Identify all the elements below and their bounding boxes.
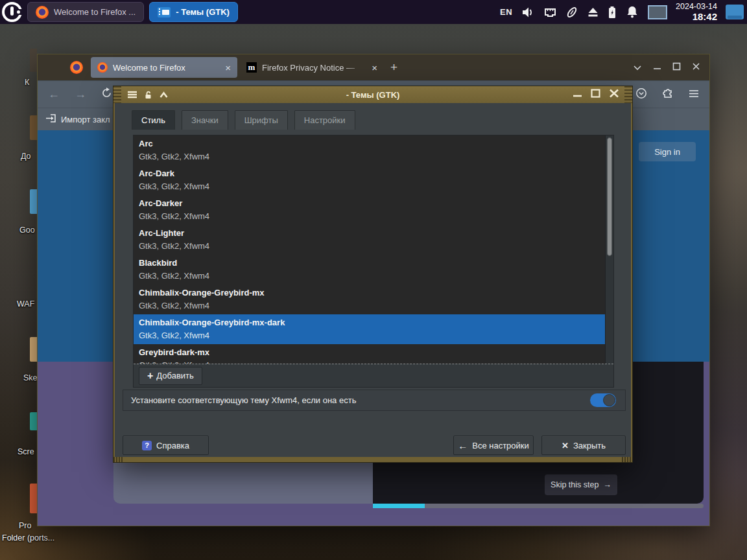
time-label: 18:42 bbox=[676, 11, 717, 22]
scrollbar-thumb[interactable] bbox=[607, 137, 612, 256]
tab-style[interactable]: Стиль bbox=[132, 110, 175, 130]
desktop-icon-partial[interactable] bbox=[30, 189, 37, 214]
add-theme-button[interactable]: + Добавить bbox=[139, 367, 202, 385]
desktop-icon-partial[interactable] bbox=[30, 49, 37, 72]
toggle-knob bbox=[603, 394, 615, 406]
theme-row[interactable]: Greybird-dark-mxGtk3, Gtk2, Xfwm4 bbox=[134, 344, 613, 364]
clock[interactable]: 2024-03-14 18:42 bbox=[676, 2, 717, 23]
close-x-icon: ✕ bbox=[562, 441, 569, 450]
reload-icon[interactable] bbox=[101, 88, 112, 101]
skip-step-button[interactable]: Skip this step → bbox=[545, 474, 617, 495]
resize-grip-left[interactable] bbox=[113, 457, 124, 462]
taskbar-firefox-button[interactable]: Welcome to Firefox ... bbox=[27, 2, 144, 22]
tab-fonts[interactable]: Шрифты bbox=[235, 110, 288, 130]
tab-close-icon[interactable]: × bbox=[225, 63, 231, 73]
workspace-pager[interactable] bbox=[648, 5, 667, 19]
help-button[interactable]: ? Справка bbox=[123, 436, 209, 455]
theme-name: Arc-Lighter bbox=[139, 226, 608, 240]
sign-in-button[interactable]: Sign in bbox=[639, 142, 696, 161]
desktop-icon-label[interactable]: Goo bbox=[19, 226, 35, 235]
extensions-puzzle-icon[interactable] bbox=[662, 88, 674, 102]
eject-icon[interactable] bbox=[587, 6, 599, 18]
forward-icon[interactable]: → bbox=[75, 88, 86, 101]
keyboard-layout-indicator[interactable]: EN bbox=[500, 7, 512, 17]
tab-settings[interactable]: Настройки bbox=[294, 110, 355, 130]
window-menu-icon[interactable] bbox=[127, 91, 137, 99]
sign-in-label: Sign in bbox=[654, 147, 680, 157]
theme-name: Arc-Darker bbox=[139, 196, 608, 210]
window-close-icon[interactable] bbox=[692, 62, 700, 73]
theme-row[interactable]: Chimbalix-Orange-Greybird-mx-darkGtk3, G… bbox=[134, 314, 613, 344]
new-tab-button[interactable]: + bbox=[390, 60, 397, 75]
theme-detail: Gtk3, Gtk2, Xfwm4 bbox=[139, 240, 608, 253]
add-theme-label: Добавить bbox=[156, 371, 193, 380]
desktop-icon-label[interactable]: Folder (ports... bbox=[2, 533, 54, 542]
firefox-logo-icon bbox=[70, 61, 83, 74]
toggle-label: Установите соответствующую тему Xfwm4, е… bbox=[131, 395, 356, 405]
back-icon[interactable]: ← bbox=[48, 88, 60, 101]
tab-icons[interactable]: Значки bbox=[182, 110, 228, 130]
theme-row[interactable]: Arc-DarkerGtk3, Gtk2, Xfwm4 bbox=[134, 195, 613, 225]
pocket-icon[interactable] bbox=[635, 88, 647, 102]
close-label: Закрыть bbox=[573, 441, 606, 450]
theme-row[interactable]: Arc-DarkGtk3, Gtk2, Xfwm4 bbox=[134, 165, 613, 195]
battery-icon[interactable] bbox=[608, 6, 617, 19]
stick-window-icon[interactable] bbox=[143, 90, 153, 99]
app-menu-logo[interactable] bbox=[2, 2, 22, 22]
desktop-icon-label[interactable]: Pro bbox=[19, 521, 31, 530]
dialog-titlebar[interactable]: - Темы (GTK) bbox=[113, 86, 632, 103]
clipboard-paperclip-icon[interactable] bbox=[565, 6, 578, 19]
theme-row[interactable]: BlackbirdGtk3, Gtk2, Xfwm4 bbox=[134, 255, 613, 285]
theme-detail: Gtk3, Gtk2, Xfwm4 bbox=[139, 359, 608, 364]
theme-detail: Gtk3, Gtk2, Xfwm4 bbox=[139, 210, 608, 223]
theme-name: Greybird-dark-mx bbox=[139, 345, 608, 359]
desktop-icon-label[interactable]: Scre bbox=[18, 447, 34, 456]
desktop-icon-partial[interactable] bbox=[30, 337, 37, 362]
dialog-close-icon[interactable] bbox=[609, 89, 619, 100]
network-icon[interactable] bbox=[543, 6, 557, 18]
progress-current bbox=[373, 504, 425, 508]
desktop-icon-label[interactable]: WAF bbox=[17, 299, 34, 309]
themes-window-icon bbox=[158, 7, 171, 18]
shade-window-icon[interactable] bbox=[159, 91, 169, 99]
tab-privacy-notice[interactable]: m Firefox Privacy Notice — × bbox=[240, 57, 384, 78]
desktop-icon-partial[interactable] bbox=[30, 115, 37, 140]
tab-welcome-to-firefox[interactable]: Welcome to Firefox × bbox=[91, 57, 237, 78]
progress-remaining bbox=[425, 504, 704, 508]
theme-detail: Gtk3, Gtk2, Xfwm4 bbox=[139, 180, 608, 193]
import-icon bbox=[45, 113, 56, 125]
dialog-body: Стиль Значки Шрифты Настройки ArcGtk3, G… bbox=[115, 103, 631, 457]
desktop-icon-label[interactable]: Ske bbox=[23, 373, 38, 382]
theme-detail: Gtk3, Gtk2, Xfwm4 bbox=[139, 150, 608, 163]
resize-grip-right[interactable] bbox=[622, 457, 632, 462]
desktop-icon-label[interactable]: До bbox=[21, 152, 31, 161]
desktop-icon-partial[interactable] bbox=[30, 484, 37, 513]
list-all-tabs-icon[interactable] bbox=[633, 62, 642, 73]
show-desktop-monitor-icon[interactable] bbox=[726, 5, 744, 19]
desktop-icon-label[interactable]: К bbox=[25, 78, 29, 87]
all-settings-button[interactable]: ← Все настройки bbox=[453, 436, 534, 455]
taskbar-label: - Темы (GTK) bbox=[176, 7, 230, 17]
dialog-maximize-icon[interactable] bbox=[591, 89, 600, 100]
scrollbar-track[interactable] bbox=[605, 135, 613, 364]
theme-row[interactable]: Arc-LighterGtk3, Gtk2, Xfwm4 bbox=[134, 225, 613, 255]
xfwm-theme-toggle[interactable] bbox=[590, 393, 616, 407]
titlebar-grip-left bbox=[113, 86, 121, 103]
all-settings-label: Все настройки bbox=[472, 441, 529, 450]
close-button[interactable]: ✕ Закрыть bbox=[541, 436, 626, 455]
theme-row[interactable]: Chimbalix-Orange-Greybird-mxGtk3, Gtk2, … bbox=[134, 285, 613, 314]
dialog-bottom-border bbox=[113, 457, 632, 462]
dialog-minimize-icon[interactable] bbox=[573, 89, 582, 100]
tab-close-icon[interactable]: × bbox=[372, 63, 377, 73]
desktop-icon-partial[interactable] bbox=[30, 412, 37, 430]
notification-bell-icon[interactable] bbox=[625, 5, 639, 19]
theme-row[interactable]: ArcGtk3, Gtk2, Xfwm4 bbox=[134, 135, 613, 165]
window-minimize-icon[interactable] bbox=[653, 62, 661, 73]
taskbar-themes-button[interactable]: - Темы (GTK) bbox=[149, 2, 238, 22]
theme-detail: Gtk3, Gtk2, Xfwm4 bbox=[139, 270, 608, 283]
import-bookmarks-item[interactable]: Импорт закл bbox=[45, 113, 110, 125]
firefox-favicon bbox=[97, 62, 108, 73]
window-maximize-icon[interactable] bbox=[672, 62, 681, 73]
volume-icon[interactable] bbox=[521, 6, 535, 19]
menu-hamburger-icon[interactable] bbox=[689, 89, 699, 100]
